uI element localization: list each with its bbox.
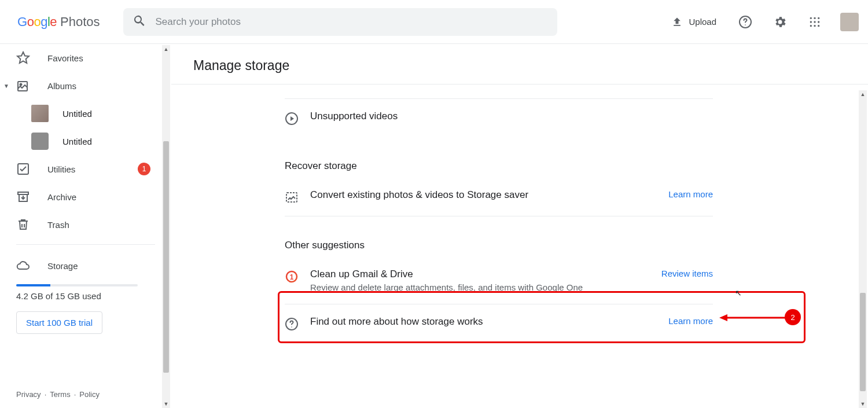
storage-text: 4.2 GB of 15 GB used <box>16 291 155 301</box>
svg-point-2 <box>810 17 812 19</box>
trial-button[interactable]: Start 100 GB trial <box>16 311 102 334</box>
svg-rect-16 <box>286 193 297 202</box>
content: Unsupported videos Recover storage Conve… <box>171 98 868 343</box>
upload-icon <box>671 16 683 28</box>
sidebar-item-utilities[interactable]: Utilities 1 <box>0 155 171 183</box>
sidebar-label: Favorites <box>47 53 83 63</box>
settings-button[interactable] <box>768 10 792 34</box>
row-description: Review and delete large attachments, fil… <box>310 282 661 292</box>
scroll-up-icon: ▲ <box>859 90 867 98</box>
svg-point-4 <box>818 17 819 19</box>
help-circle-icon <box>285 316 310 331</box>
google-one-icon: 1 <box>285 269 310 284</box>
header-actions: Upload <box>665 10 859 34</box>
upload-label: Upload <box>689 17 716 27</box>
row-title: Clean up Gmail & Drive <box>310 269 661 280</box>
utilities-icon <box>16 162 30 176</box>
scroll-up-icon: ▲ <box>162 45 170 53</box>
main: Manage storage Unsupported videos Recove… <box>171 44 868 408</box>
privacy-link[interactable]: Privacy <box>16 390 41 399</box>
divider <box>285 216 713 216</box>
svg-point-5 <box>810 21 812 23</box>
sidebar: Favorites ▼ Albums Untitled Untitled Uti… <box>0 44 171 408</box>
album-icon <box>16 79 30 93</box>
sidebar-scrollbar[interactable]: ▲ ▼ <box>162 45 170 408</box>
storage-bar <box>16 284 138 286</box>
sidebar-item-trash[interactable]: Trash <box>0 211 171 238</box>
apps-button[interactable] <box>803 10 826 34</box>
sidebar-item-favorites[interactable]: Favorites <box>0 44 171 72</box>
svg-point-1 <box>745 24 746 25</box>
storage-fill <box>16 284 50 286</box>
caret-down-icon: ▼ <box>3 83 9 89</box>
upload-button[interactable]: Upload <box>665 12 722 32</box>
search-input[interactable] <box>156 16 548 28</box>
section-recover: Recover storage <box>285 160 868 172</box>
avatar[interactable] <box>840 13 859 31</box>
footer-links: Privacy·Terms·Policy <box>16 390 100 399</box>
sidebar-label: Storage <box>47 261 78 271</box>
terms-link[interactable]: Terms <box>50 390 70 399</box>
image-icon <box>285 189 310 204</box>
row-find-out-more[interactable]: Find out more about how storage works Le… <box>285 304 713 343</box>
cloud-icon <box>16 259 30 273</box>
storage-section: 4.2 GB of 15 GB used Start 100 GB trial <box>0 284 171 334</box>
main-scrollbar[interactable]: ▲ ▼ <box>859 90 867 408</box>
learn-more-link[interactable]: Learn more <box>668 316 713 326</box>
trash-icon <box>16 218 30 231</box>
svg-point-20 <box>291 326 292 328</box>
scrollbar-thumb[interactable] <box>860 293 866 391</box>
header: Google Photos Upload <box>0 0 868 44</box>
search-bar[interactable] <box>123 8 557 36</box>
row-title: Unsupported videos <box>310 111 713 122</box>
logo[interactable]: Google Photos <box>17 14 100 30</box>
svg-rect-14 <box>18 192 28 194</box>
sidebar-item-storage[interactable]: Storage <box>0 252 171 280</box>
badge: 1 <box>138 163 150 175</box>
sidebar-label: Albums <box>47 81 76 91</box>
scrollbar-thumb[interactable] <box>163 141 169 373</box>
row-title: Convert existing photos & videos to Stor… <box>310 189 668 201</box>
help-icon <box>738 15 752 29</box>
svg-text:1: 1 <box>290 273 294 281</box>
sidebar-item-albums[interactable]: ▼ Albums <box>0 72 171 100</box>
album-thumbnail <box>31 105 49 122</box>
row-cleanup-gmail-drive[interactable]: 1 Clean up Gmail & Drive Review and dele… <box>285 257 713 304</box>
help-button[interactable] <box>734 10 757 34</box>
svg-point-8 <box>810 25 812 27</box>
search-icon <box>133 14 146 30</box>
policy-link[interactable]: Policy <box>79 390 100 399</box>
sidebar-album-1[interactable]: Untitled <box>0 100 171 127</box>
album-name: Untitled <box>62 137 92 146</box>
svg-point-3 <box>814 17 815 19</box>
gear-icon <box>773 15 787 29</box>
logo-suffix: Photos <box>60 14 100 30</box>
sidebar-album-2[interactable]: Untitled <box>0 127 171 155</box>
divider <box>16 244 155 245</box>
svg-point-12 <box>20 84 22 86</box>
row-convert-storage[interactable]: Convert existing photos & videos to Stor… <box>285 178 713 216</box>
svg-point-10 <box>818 25 819 27</box>
album-name: Untitled <box>62 109 92 119</box>
page-title: Manage storage <box>171 44 868 84</box>
sidebar-label: Archive <box>47 192 76 202</box>
play-icon <box>285 111 310 126</box>
row-unsupported-videos[interactable]: Unsupported videos <box>285 99 713 137</box>
archive-icon <box>16 190 30 204</box>
review-items-link[interactable]: Review items <box>661 269 713 278</box>
sidebar-item-archive[interactable]: Archive <box>0 183 171 211</box>
svg-point-7 <box>818 21 819 23</box>
scroll-down-icon: ▼ <box>859 400 867 408</box>
album-thumbnail <box>31 133 49 150</box>
learn-more-link[interactable]: Learn more <box>668 189 713 199</box>
sidebar-label: Trash <box>47 220 69 230</box>
section-other: Other suggestions <box>285 240 868 251</box>
sidebar-label: Utilities <box>47 164 75 174</box>
star-icon <box>16 51 30 65</box>
apps-icon <box>809 16 821 28</box>
svg-point-6 <box>814 21 815 23</box>
scroll-down-icon: ▼ <box>162 400 170 408</box>
svg-point-9 <box>814 25 815 27</box>
row-title: Find out more about how storage works <box>310 316 668 328</box>
